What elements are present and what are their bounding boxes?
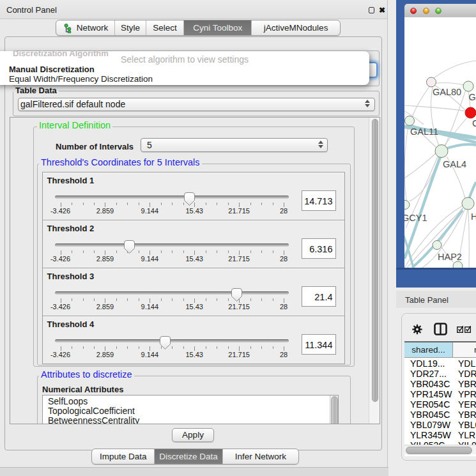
svg-text:HAP2: HAP2 <box>438 252 462 262</box>
svg-text:GAL80: GAL80 <box>433 87 461 97</box>
svg-text:C: C <box>472 118 476 128</box>
svg-text:H: H <box>471 211 476 222</box>
svg-text:GAL11: GAL11 <box>410 127 438 137</box>
svg-text:GA: GA <box>469 92 476 102</box>
svg-text:GAL4: GAL4 <box>443 159 466 169</box>
svg-text:GCY1: GCY1 <box>404 213 427 223</box>
